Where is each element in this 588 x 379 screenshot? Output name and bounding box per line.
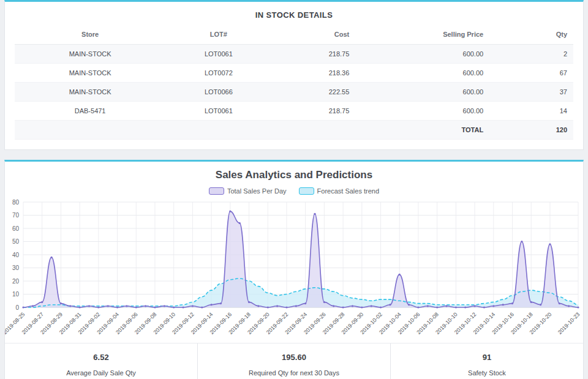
table-cell: 2 — [489, 45, 573, 64]
in-stock-details-card: IN STOCK DETAILS StoreLOT#CostSelling Pr… — [4, 0, 584, 150]
stat-value: 91 — [396, 353, 578, 362]
svg-text:10: 10 — [12, 291, 20, 298]
svg-text:80: 80 — [12, 199, 20, 206]
svg-text:70: 70 — [12, 212, 20, 219]
total-qty: 120 — [489, 121, 573, 140]
stat-label: Required Qty for next 30 Days — [203, 369, 385, 377]
table-cell — [15, 121, 165, 140]
column-header-qty: Qty — [489, 24, 573, 45]
legend-label: Forecast Sales trend — [317, 187, 380, 195]
legend-item[interactable]: Total Sales Per Day — [209, 187, 287, 195]
svg-text:0: 0 — [15, 304, 19, 311]
table-cell: MAIN-STOCK — [15, 45, 165, 64]
svg-text:60: 60 — [12, 225, 20, 232]
table-row: DAB-5471LOT0061218.75600.0014 — [15, 102, 573, 121]
legend-label: Total Sales Per Day — [227, 187, 287, 195]
table-cell: LOT0061 — [165, 102, 271, 121]
table-cell: 218.36 — [272, 64, 356, 83]
svg-text:2019-10-23: 2019-10-23 — [557, 311, 581, 336]
chart-legend: Total Sales Per DayForecast Sales trend — [5, 187, 583, 195]
table-cell: LOT0061 — [165, 45, 271, 64]
table-row: MAIN-STOCKLOT0061218.75600.002 — [15, 45, 573, 64]
page: IN STOCK DETAILS StoreLOT#CostSelling Pr… — [0, 0, 588, 379]
sales-chart[interactable]: 010203040506070802019-08-252019-08-27201… — [5, 197, 582, 343]
table-cell: MAIN-STOCK — [15, 64, 165, 83]
column-header-lot: LOT# — [165, 24, 271, 45]
table-cell: 37 — [489, 83, 573, 102]
column-header-store: Store — [15, 24, 165, 45]
svg-text:30: 30 — [12, 265, 20, 271]
legend-swatch-icon — [209, 187, 224, 195]
table-cell: 218.75 — [272, 45, 356, 64]
stock-card-title: IN STOCK DETAILS — [15, 8, 573, 21]
legend-swatch-icon — [299, 187, 314, 195]
svg-text:40: 40 — [12, 252, 20, 258]
table-cell: 600.00 — [355, 83, 489, 102]
table-cell: MAIN-STOCK — [15, 83, 165, 102]
table-cell: 222.55 — [272, 83, 356, 102]
svg-text:20: 20 — [12, 278, 20, 285]
total-label: TOTAL — [355, 121, 489, 140]
table-row: MAIN-STOCKLOT0066222.55600.0037 — [15, 83, 573, 102]
table-cell: DAB-5471 — [15, 102, 165, 121]
table-cell: LOT0072 — [165, 64, 271, 83]
stat-label: Safety Stock — [396, 369, 578, 377]
table-cell: 218.75 — [272, 102, 356, 121]
column-header-cost: Cost — [272, 24, 356, 45]
sales-analytics-card: Sales Analytics and Predictions Total Sa… — [4, 160, 584, 379]
chart-area: 010203040506070802019-08-252019-08-27201… — [5, 197, 583, 343]
legend-item[interactable]: Forecast Sales trend — [299, 187, 380, 195]
table-cell: 600.00 — [355, 45, 489, 64]
stat-value: 6.52 — [10, 353, 192, 362]
stat-label: Average Daily Sale Qty — [10, 369, 192, 377]
table-cell — [272, 121, 356, 140]
table-cell: 600.00 — [355, 64, 489, 83]
stat-value: 195.60 — [203, 353, 385, 362]
analytics-title: Sales Analytics and Predictions — [5, 169, 583, 181]
stat-block: 195.60Required Qty for next 30 Days — [197, 343, 390, 379]
stats-row: 6.52Average Daily Sale Qty195.60Required… — [5, 343, 583, 379]
column-header-sellingprice: Selling Price — [355, 24, 489, 45]
table-cell — [165, 121, 271, 140]
table-cell: 67 — [489, 64, 573, 83]
stat-block: 91Safety Stock — [390, 343, 583, 379]
svg-text:50: 50 — [12, 238, 20, 245]
stock-table: StoreLOT#CostSelling PriceQty MAIN-STOCK… — [15, 24, 573, 140]
table-row: MAIN-STOCKLOT0072218.36600.0067 — [15, 64, 573, 83]
table-cell: 600.00 — [355, 102, 489, 121]
stat-block: 6.52Average Daily Sale Qty — [5, 343, 197, 379]
table-total-row: TOTAL120 — [15, 121, 573, 140]
stock-table-header-row: StoreLOT#CostSelling PriceQty — [15, 24, 573, 45]
table-cell: LOT0066 — [165, 83, 271, 102]
table-cell: 14 — [489, 102, 573, 121]
